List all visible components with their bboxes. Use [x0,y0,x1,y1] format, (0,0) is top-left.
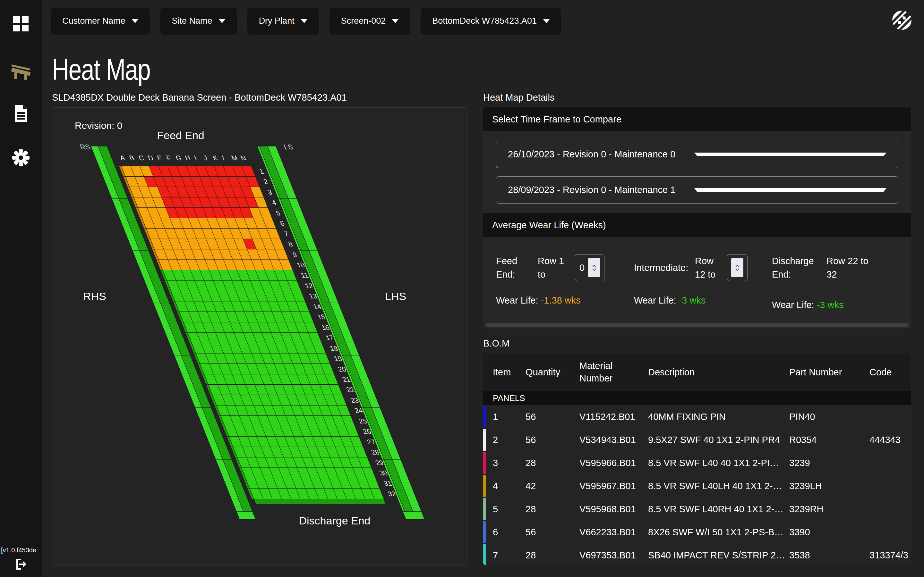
topbar-dropdown-2[interactable]: Site Name [160,8,237,35]
spinner-arrows[interactable] [588,258,600,277]
bom-cell-description: 8.5 VR SWF L40 40 1X1 2-PI… [648,458,789,468]
bom-row-color-bar [483,544,486,565]
row-number: 2 [262,178,269,185]
column-letter: A [119,154,126,162]
spinner-up-button[interactable] [592,264,596,268]
logout-button[interactable] [0,557,42,571]
chevron-down-icon [301,19,307,23]
bom-group-panels: PANELS [483,391,911,405]
column-letter: F [165,154,172,162]
bom-cell-item: 1 [493,412,525,422]
spinner-down-button[interactable] [592,268,596,271]
wear-life-value: -3 wks [817,300,844,310]
bom-header-code: Code [869,366,911,379]
left-rail-end-cap [236,512,256,519]
screen-deck-icon [10,60,31,80]
timeframe-select-1[interactable]: 26/10/2023 - Revision 0 - Maintenance 0 [496,141,898,168]
sidebar-item-dashboard[interactable] [0,15,42,32]
row-boundary-spinner[interactable]: 0 [575,254,604,281]
column-letter: K [212,154,219,162]
zone-range: Row 12 to [695,254,720,281]
spinner-down-button[interactable] [735,268,740,271]
row-number: 4 [270,199,277,206]
bom-cell-description: 40MM FIXING PIN [648,412,789,422]
topbar: Customer NameSite NameDry PlantScreen-00… [42,0,924,42]
timeframe-select-2[interactable]: 28/09/2023 - Revision 0 - Maintenance 1 [496,176,898,203]
bom-cell-material: V697353.B01 [580,550,648,561]
details-title: Heat Map Details [483,92,911,103]
bom-row-color-bar [483,475,486,497]
column-letter: M [230,154,239,162]
bom-cell-material: V662233.B01 [580,527,648,538]
bom-row[interactable]: 442V595967.B018.5 VR SWF L40LH 40 1X1 2-… [483,474,911,498]
bom-row[interactable]: 528V595968.B018.5 VR SWF L40RH 40 1X1 2-… [483,498,911,521]
column-letter: J [202,154,208,162]
bom-row-color-bar [483,521,486,543]
bom-cell-code: 444343 [869,435,911,445]
bom-row[interactable]: 728V697353.B01SB40 IMPACT REV S/STRIP 2…… [483,544,911,565]
topbar-dropdowns: Customer NameSite NameDry PlantScreen-00… [51,8,561,35]
revision-label: Revision: 0 [75,120,122,131]
dropdown-label: Screen-002 [341,16,386,26]
row-boundary-spinner[interactable] [727,254,748,281]
company-logo [892,10,912,30]
bom-cell-part: 3390 [789,527,869,538]
bom-title: B.O.M [483,338,911,349]
topbar-dropdown-1[interactable]: Customer Name [51,8,150,35]
rhs-label: RHS [83,290,106,302]
bom-row-color-bar [483,452,486,474]
chevron-down-icon [132,19,138,23]
zone-range: Row 1 to [538,254,568,281]
topbar-dropdown-5[interactable]: BottomDeck W785423.A01 [421,8,561,35]
logout-icon [14,557,28,571]
bom-row[interactable]: 256V534943.B019.5X27 SWF 40 1X1 2-PIN PR… [483,428,911,451]
sidebar: [v1.0.f453de [0,0,42,577]
horizontal-scrollbar[interactable] [486,323,909,327]
bom-cell-material: V595967.B01 [580,481,648,492]
bom-header-item: Item [493,366,525,379]
sidebar-item-reports[interactable] [0,105,42,122]
row-number: 7 [283,230,290,238]
bom-row[interactable]: 328V595966.B018.5 VR SWF L40 40 1X1 2-PI… [483,451,911,474]
row-number: 5 [275,210,281,217]
wear-life-line: Wear Life: -1.38 wks [496,295,634,306]
spinner-up-button[interactable] [735,264,740,268]
timeframe-select-2-value: 28/09/2023 - Revision 0 - Maintenance 1 [508,185,694,195]
bom-row-color-bar [483,498,486,520]
bom-cell-quantity: 28 [525,504,580,514]
bom-cell-quantity: 42 [525,481,580,492]
wear-life-line: Wear Life: -3 wks [772,300,911,310]
bom-cell-code: 313374/3 [869,550,911,561]
dropdown-label: Dry Plant [259,16,294,26]
bom-table: ItemQuantityMaterial NumberDescriptionPa… [483,353,911,565]
sidebar-item-heatmap[interactable] [0,60,42,80]
wear-zone-2: Intermediate:Row 12 toWear Life: -3 wks [634,248,772,310]
column-letter: E [156,154,164,162]
wear-life-label: Wear Life: [634,295,679,306]
bom-cell-material: V115242.B01 [580,412,648,422]
bom-cell-item: 3 [493,458,525,468]
chevron-down-icon [392,19,399,23]
sidebar-item-settings[interactable] [0,149,42,167]
bom-rows: 156V115242.B0140MM FIXING PINPIN40256V53… [483,405,911,565]
bom-row[interactable]: 156V115242.B0140MM FIXING PINPIN40 [483,405,911,428]
report-document-icon [13,105,28,122]
bom-row[interactable]: 656V662233.B018X26 SWF W/I 50 1X1 2-PS-B… [483,521,911,544]
row-number: 3 [266,189,273,196]
topbar-dropdown-4[interactable]: Screen-002 [330,8,410,35]
heatmap-3d-view[interactable]: Revision: 0Feed EndRHSLHSDischarge EndAB… [52,108,467,565]
bom-cell-item: 2 [493,435,525,445]
column-letter: I [193,154,198,162]
wear-life-value: -3 wks [679,295,706,306]
bom-cell-item: 7 [493,550,525,561]
row-number: 8 [287,240,294,248]
topbar-dropdown-3[interactable]: Dry Plant [247,8,319,35]
bom-cell-quantity: 56 [525,435,580,445]
bom-cell-part: R0354 [789,435,869,445]
spinner-arrows[interactable] [731,258,743,277]
discharge-end-label: Discharge End [299,514,370,527]
bom-cell-description: 8.5 VR SWF L40LH 40 1X1 2-… [648,481,789,492]
zone-range: Row 22 to 32 [827,254,875,281]
page-title: Heat Map [52,53,911,86]
column-letter: D [147,154,155,162]
